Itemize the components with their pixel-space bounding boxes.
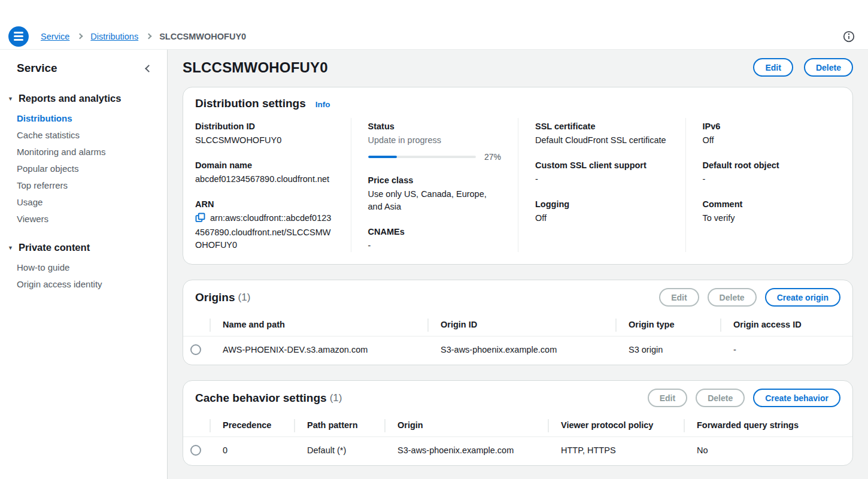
delete-distribution-button[interactable]: Delete (804, 58, 853, 77)
cache-behavior-card: Cache behavior settings (1) Edit Delete … (183, 380, 853, 466)
field-value-arn: arn:aws:cloudfront::abcdef01234567890.cl… (195, 212, 334, 251)
sidebar-item-distributions[interactable]: Distributions (0, 110, 167, 127)
cell-origin-id: S3-aws-phoenix.example.com (427, 336, 615, 365)
cell-precedence: 0 (210, 437, 294, 466)
column-header-origin-id: Origin ID (427, 314, 615, 336)
column-header-name-and-path: Name and path (210, 314, 427, 336)
origin-row-radio[interactable] (190, 344, 201, 355)
cache-behavior-delete-button[interactable]: Delete (696, 389, 745, 407)
sidebar-item-top-referrers[interactable]: Top referrers (0, 177, 167, 194)
select-column-header (183, 314, 210, 336)
info-panel-icon[interactable] (843, 31, 855, 43)
field-label-price-class: Price class (368, 174, 502, 186)
breadcrumb-link-distributions[interactable]: Distributions (90, 32, 138, 41)
column-header-precedence: Precedence (210, 415, 294, 437)
field-label-distribution-id: Distribution ID (195, 120, 334, 132)
sidebar-item-origin-access-identity[interactable]: Origin access identity (0, 276, 167, 293)
breadcrumb: Service Distributions SLCCSMWOHOFUY0 (41, 32, 246, 41)
page-title: SLCCSMWOHOFUY0 (183, 59, 328, 76)
chevron-right-icon (146, 34, 152, 40)
field-label-ssl-certificate: SSL certificate (535, 120, 669, 132)
sidebar-item-viewers[interactable]: Viewers (0, 211, 167, 228)
cell-viewer-protocol-policy: HTTP, HTTPS (548, 437, 684, 466)
status-progress: 27% (368, 152, 502, 162)
cell-name-and-path: AWS-PHOENIX-DEV.s3.amazon.com (210, 336, 427, 365)
origins-count: (1) (238, 292, 251, 304)
field-label-domain-name: Domain name (195, 159, 334, 171)
field-label-status: Status (368, 120, 502, 132)
sidebar-section-private-content: ▼ Private content How-to guide Origin ac… (0, 242, 167, 293)
create-origin-button[interactable]: Create origin (765, 288, 840, 307)
field-value-ipv6: Off (703, 134, 836, 147)
chevron-right-icon (77, 34, 83, 40)
progress-percent-label: 27% (484, 152, 501, 162)
sidebar-section-label: Reports and analytics (19, 93, 121, 104)
settings-column: SSL certificate Default CloudFront SSL c… (518, 118, 685, 252)
field-label-custom-ssl-client-support: Custom SSL client support (535, 159, 669, 171)
hamburger-menu-icon[interactable] (8, 26, 29, 47)
distribution-settings-info-link[interactable]: Info (315, 100, 330, 109)
sidebar-item-popular-objects[interactable]: Popular objects (0, 160, 167, 177)
column-header-path-pattern: Path pattern (294, 415, 384, 437)
field-value-custom-ssl-client-support: - (535, 173, 669, 186)
triangle-down-icon: ▼ (8, 96, 13, 102)
cell-origin: S3-aws-phoenix.example.com (384, 437, 548, 466)
page-actions: Edit Delete (753, 58, 853, 77)
cell-forwarded-query-strings: No (684, 437, 852, 466)
field-value-status: Update in progress (368, 134, 502, 147)
cell-path-pattern: Default (*) (294, 437, 384, 466)
cell-origin-type: S3 origin (615, 336, 720, 365)
column-header-viewer-protocol-policy: Viewer protocol policy (548, 415, 684, 437)
column-header-origin-type: Origin type (615, 314, 720, 336)
origins-delete-button[interactable]: Delete (708, 288, 757, 307)
sidebar-item-how-to-guide[interactable]: How-to guide (0, 259, 167, 276)
field-label-logging: Logging (535, 198, 669, 210)
column-header-origin-access-id: Origin access ID (720, 314, 852, 336)
cache-behavior-edit-button[interactable]: Edit (648, 389, 687, 407)
select-column-header (183, 415, 210, 437)
distribution-settings-title: Distribution settings (195, 97, 306, 110)
origins-edit-button[interactable]: Edit (659, 288, 699, 307)
sidebar-section-header-private-content[interactable]: ▼ Private content (0, 242, 167, 253)
sidebar-section-label: Private content (19, 242, 90, 253)
sidebar: Service ▼ Reports and analytics Distribu… (0, 50, 168, 479)
copy-icon[interactable] (195, 213, 205, 226)
distribution-settings-card: Distribution settings Info Distribution … (183, 87, 853, 265)
field-label-arn: ARN (195, 198, 334, 210)
field-value-domain-name: abcdef01234567890.cloudfront.net (195, 173, 334, 186)
breadcrumb-link-service[interactable]: Service (41, 32, 69, 41)
field-label-cnames: CNAMEs (368, 226, 502, 238)
field-label-default-root-object: Default root object (703, 159, 836, 171)
edit-distribution-button[interactable]: Edit (753, 58, 793, 77)
progress-bar-fill (368, 156, 397, 158)
origins-card: Origins (1) Edit Delete Create origin Na… (183, 280, 853, 365)
field-value-price-class: Use only US, Canada, Europe, and Asia (368, 188, 502, 213)
field-value-cnames: - (368, 240, 502, 252)
origins-table: Name and path Origin ID Origin type Orig… (183, 314, 852, 365)
sidebar-item-cache-statistics[interactable]: Cache statistics (0, 127, 167, 144)
sidebar-item-monitoring-and-alarms[interactable]: Monitoring and alarms (0, 144, 167, 160)
settings-column: Status Update in progress 27% Price clas… (351, 118, 518, 252)
sidebar-section-header-reports[interactable]: ▼ Reports and analytics (0, 93, 167, 104)
field-value-distribution-id: SLCCSMWOHOFUY0 (195, 134, 334, 147)
chevron-left-icon (145, 65, 153, 72)
create-behavior-button[interactable]: Create behavior (753, 389, 840, 407)
progress-bar-track (368, 156, 476, 158)
behavior-row-radio[interactable] (190, 445, 201, 456)
field-value-ssl-certificate: Default CloudFront SSL certificate (535, 134, 669, 147)
column-header-origin: Origin (384, 415, 548, 437)
origins-title: Origins (195, 291, 235, 304)
top-bar: Service Distributions SLCCSMWOHOFUY0 (0, 0, 868, 50)
field-value-default-root-object: - (703, 173, 836, 186)
cache-behavior-table-row: 0 Default (*) S3-aws-phoenix.example.com… (183, 437, 852, 466)
breadcrumb-current: SLCCSMWOHOFUY0 (159, 32, 246, 41)
cache-behavior-table: Precedence Path pattern Origin Viewer pr… (183, 415, 852, 465)
cache-behavior-title: Cache behavior settings (195, 392, 327, 405)
sidebar-item-usage[interactable]: Usage (0, 194, 167, 211)
main-content: SLCCSMWOHOFUY0 Edit Delete Distribution … (168, 50, 868, 479)
settings-column: IPv6 Off Default root object - Comment T… (685, 118, 853, 252)
cache-behavior-count: (1) (330, 392, 342, 404)
field-value-comment: To verify (703, 212, 836, 225)
sidebar-collapse-button[interactable] (142, 62, 155, 75)
sidebar-section-reports: ▼ Reports and analytics Distributions Ca… (0, 93, 167, 228)
